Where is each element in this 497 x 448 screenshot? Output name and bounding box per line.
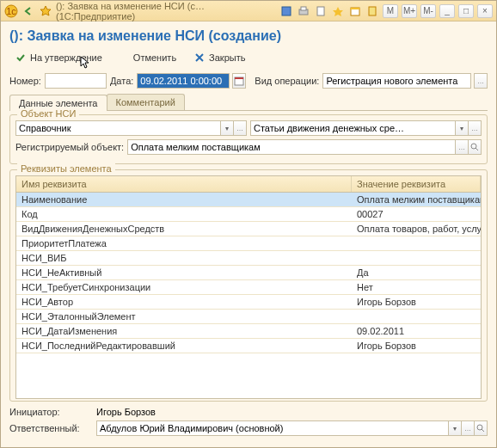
responsible-dropdown[interactable]: ▾	[448, 420, 462, 436]
maximize-button[interactable]: □	[458, 4, 474, 18]
cursor-icon	[80, 56, 90, 70]
attrs-table[interactable]: Имя реквизита Значение реквизита Наимено…	[15, 175, 482, 399]
svg-line-12	[476, 148, 478, 150]
svg-rect-10	[235, 77, 243, 79]
cancel-label: Отменить	[133, 52, 176, 63]
fieldset-attrs-title: Реквизиты элемента	[17, 163, 115, 174]
cell-value: Нет	[352, 280, 481, 294]
save-icon[interactable]	[279, 4, 293, 18]
ref-right-more[interactable]: …	[468, 120, 482, 136]
optype-label: Вид операции:	[255, 76, 319, 86]
number-label: Номер:	[9, 76, 41, 86]
tabs: Данные элемента Комментарий	[9, 94, 488, 111]
window: 1c (): Заявка на изменение НСИ (с… (1С:П…	[0, 0, 497, 448]
approve-label: На утверждение	[30, 52, 102, 63]
close-label: Закрыть	[209, 52, 245, 63]
cell-name: НСИ_ВИБ	[16, 251, 352, 265]
table-row[interactable]: НСИ_ТребуетСинхронизацииНет	[16, 280, 481, 295]
cell-name: НСИ_ЭталонныйЭлемент	[16, 310, 352, 323]
table-row[interactable]: НСИ_ДатаИзменения09.02.2011	[16, 324, 481, 339]
document-icon[interactable]	[314, 4, 328, 18]
table-row[interactable]: НСИ_ПоследнийРедактировавшийИгорь Борзов	[16, 339, 481, 353]
ref-type-dropdown[interactable]: ▾	[220, 120, 234, 136]
fieldset-attrs: Реквизиты элемента Имя реквизита Значени…	[9, 169, 488, 402]
cell-name: Наименование	[16, 193, 352, 206]
app-icon: 1c	[4, 4, 18, 18]
close-button[interactable]: ×	[477, 4, 493, 18]
svg-rect-8	[369, 7, 376, 15]
mem-mminus[interactable]: M-	[420, 4, 436, 18]
initiator-value: Игорь Борзов	[96, 407, 156, 417]
page-title: (): Заявка на изменение НСИ (создание)	[9, 28, 488, 44]
cell-name: НСИ_ТребуетСинхронизации	[16, 280, 352, 294]
cell-value: Оплата товаров, работ, услуг, сырья …	[352, 222, 481, 236]
reg-search-icon[interactable]	[468, 139, 482, 155]
svg-rect-2	[282, 7, 291, 15]
minimize-button[interactable]: _	[439, 4, 455, 18]
cell-name: НСИ_Автор	[16, 295, 352, 309]
calc-icon[interactable]	[365, 4, 379, 18]
responsible-label: Ответственный:	[9, 423, 91, 433]
ref-type-more[interactable]: …	[233, 120, 247, 136]
number-input[interactable]	[45, 73, 107, 89]
fieldset-object: Объект НСИ ▾ … ▾ … Регистрируемый объект…	[9, 114, 488, 164]
approve-button[interactable]: На утверждение	[9, 49, 121, 66]
cell-name: ВидДвиженияДенежныхСредств	[16, 222, 352, 236]
responsible-more[interactable]: …	[461, 420, 475, 436]
back-icon[interactable]	[21, 4, 35, 18]
cell-value: Игорь Борзов	[352, 339, 481, 353]
cell-value: 09.02.2011	[352, 324, 481, 338]
table-row[interactable]: НСИ_ЭталонныйЭлемент	[16, 310, 481, 324]
close-action-button[interactable]: Закрыть	[188, 50, 250, 65]
cell-name: НСИ_ДатаИзменения	[16, 324, 352, 338]
date-picker-button[interactable]	[232, 73, 246, 89]
cell-value	[352, 310, 481, 323]
ref-right-input[interactable]	[250, 120, 456, 136]
window-title: (): Заявка на изменение НСИ (с… (1С:Пред…	[56, 1, 276, 21]
header-row: Номер: Дата: Вид операции: …	[9, 73, 488, 89]
optype-input[interactable]	[322, 73, 471, 89]
star-icon[interactable]	[39, 4, 52, 18]
table-row[interactable]: ПриоритетПлатежа	[16, 236, 481, 251]
optype-more-button[interactable]: …	[474, 73, 488, 89]
reg-more[interactable]: …	[455, 139, 469, 155]
initiator-row: Инициатор: Игорь Борзов	[9, 407, 488, 417]
calendar-icon[interactable]	[348, 4, 362, 18]
table-row[interactable]: НаименованиеОплата мелким поставщикам	[16, 193, 481, 207]
table-row[interactable]: НСИ_ВИБ	[16, 251, 481, 266]
tab-comment[interactable]: Комментарий	[107, 94, 185, 110]
svg-text:1c: 1c	[6, 6, 16, 16]
table-row[interactable]: НСИ_АвторИгорь Борзов	[16, 295, 481, 310]
svg-rect-5	[317, 7, 324, 15]
table-row[interactable]: НСИ_НеАктивныйДа	[16, 266, 481, 280]
print-icon[interactable]	[297, 4, 310, 18]
date-input[interactable]	[137, 73, 230, 89]
mem-mplus[interactable]: M+	[402, 4, 417, 18]
ref-type-input[interactable]	[15, 120, 221, 136]
svg-rect-4	[301, 7, 306, 10]
date-label: Дата:	[110, 76, 133, 86]
titlebar: 1c (): Заявка на изменение НСИ (с… (1С:П…	[1, 1, 496, 21]
cell-name: НСИ_НеАктивный	[16, 266, 352, 279]
cell-value: Игорь Борзов	[352, 295, 481, 309]
table-body: НаименованиеОплата мелким поставщикамКод…	[16, 193, 481, 353]
ref-right-dropdown[interactable]: ▾	[455, 120, 469, 136]
fieldset-object-title: Объект НСИ	[17, 108, 79, 119]
cell-name: Код	[16, 207, 352, 221]
mem-m[interactable]: M	[383, 4, 398, 18]
responsible-input[interactable]	[96, 420, 449, 436]
table-row[interactable]: Код00027	[16, 207, 481, 222]
cell-name: ПриоритетПлатежа	[16, 236, 352, 250]
svg-rect-7	[351, 8, 359, 9]
cell-value	[352, 251, 481, 265]
cell-name: НСИ_ПоследнийРедактировавший	[16, 339, 352, 353]
table-header: Имя реквизита Значение реквизита	[16, 176, 481, 193]
favorites-icon[interactable]	[331, 4, 345, 18]
close-icon	[193, 52, 206, 64]
reg-input[interactable]	[127, 139, 456, 155]
cancel-button[interactable]: Отменить	[128, 51, 181, 64]
table-row[interactable]: ВидДвиженияДенежныхСредствОплата товаров…	[16, 222, 481, 236]
responsible-search-icon[interactable]	[474, 420, 488, 436]
content: (): Заявка на изменение НСИ (создание) Н…	[1, 21, 496, 443]
check-icon	[15, 52, 27, 64]
